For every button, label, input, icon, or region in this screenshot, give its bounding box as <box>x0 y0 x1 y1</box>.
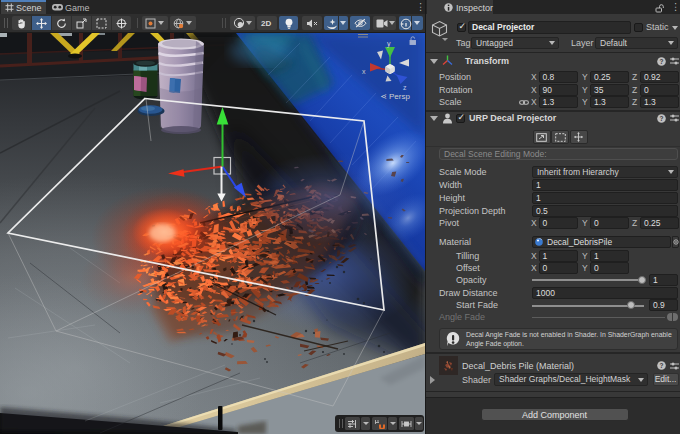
svg-text:x: x <box>362 68 366 75</box>
svg-text:z: z <box>403 84 407 91</box>
svg-text:?: ? <box>660 57 664 64</box>
svg-text:?: ? <box>660 114 664 121</box>
svg-text:?: ? <box>660 362 664 369</box>
svg-text:y: y <box>387 40 391 48</box>
svg-text:⋖ Persp: ⋖ Persp <box>380 92 410 101</box>
